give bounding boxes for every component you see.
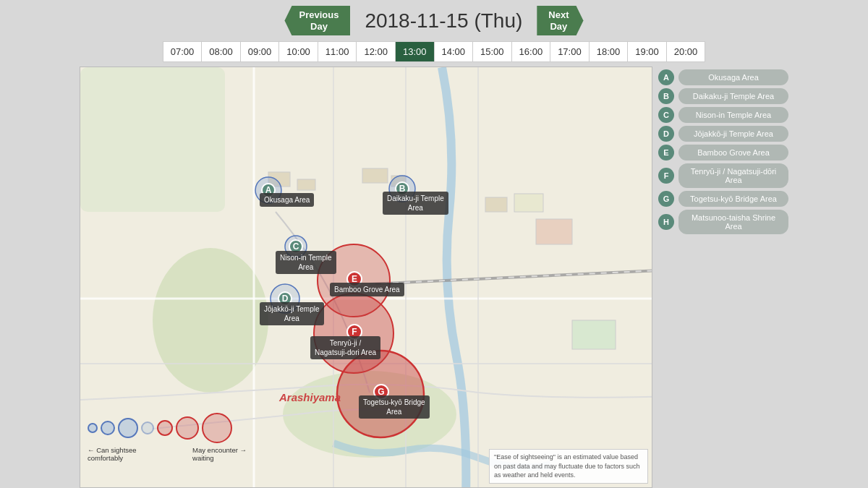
sidebar-label-d: Jōjakkō-ji Temple Area [678,126,788,142]
can-sightsee-label: ← Can sightseecomfortably [88,446,137,462]
sidebar-item-f[interactable]: FTenryū-ji / Nagatsuji-dōri Area [658,163,788,188]
sidebar-badge-f: F [658,168,674,184]
label-D: Jōjakkō-ji TempleArea [260,302,324,325]
sidebar-badge-e: E [658,145,674,160]
next-day-button[interactable]: Next Day [537,6,583,35]
sidebar-badge-h: H [658,214,674,230]
svg-rect-13 [297,179,315,190]
legend-labels: ← Can sightseecomfortably May encounter … [88,446,247,462]
label-B: Daikaku-ji TempleArea [383,192,448,215]
legend-circle-7 [202,413,232,443]
prev-day-button[interactable]: Previous Day [284,6,350,35]
time-cell-1900[interactable]: 19:00 [628,42,667,61]
time-cell-1600[interactable]: 16:00 [512,42,551,61]
legend-circle-3 [118,418,138,438]
svg-rect-18 [536,219,572,244]
bottom-note: "Ease of sightseeing" is an estimated va… [489,449,648,484]
sidebar-item-a[interactable]: AOkusaga Area [658,69,788,85]
sidebar-badge-a: A [658,69,674,85]
sidebar-label-e: Bamboo Grove Area [678,145,788,160]
svg-rect-14 [362,168,388,183]
sidebar-item-b[interactable]: BDaikaku-ji Temple Area [658,88,788,104]
map-container: A Okusaga Area B Daikaku-ji TempleArea C… [80,67,652,488]
time-cell-1500[interactable]: 15:00 [473,42,512,61]
sidebar-badge-b: B [658,88,674,104]
top-bar: Previous Day 2018-11-15 (Thu) Next Day [0,0,868,41]
svg-point-1 [153,248,268,393]
legend-circle-6 [176,416,199,440]
svg-rect-17 [514,194,543,212]
time-cell-1300[interactable]: 13:00 [396,42,435,61]
sidebar-label-h: Matsunoo-taisha Shrine Area [678,210,788,234]
time-cell-1400[interactable]: 14:00 [435,42,474,61]
svg-rect-3 [80,67,225,212]
svg-rect-19 [572,320,616,349]
time-cell-1800[interactable]: 18:00 [590,42,629,61]
main-content: A Okusaga Area B Daikaku-ji TempleArea C… [80,67,788,488]
time-cell-1700[interactable]: 17:00 [550,42,590,61]
date-title: 2018-11-15 (Thu) [365,9,522,33]
legend-circle-1 [88,423,98,433]
svg-rect-16 [485,197,507,212]
legend-circle-4 [141,421,154,435]
sidebar: AOkusaga AreaBDaikaku-ji Temple AreaCNis… [658,67,788,488]
arashiyama-label: Arashiyama [279,391,341,403]
sidebar-item-e[interactable]: EBamboo Grove Area [658,145,788,160]
time-cell-0800[interactable]: 08:00 [202,42,241,61]
label-F: Tenryū-ji /Nagatsuji-dori Area [310,336,380,359]
legend-circle-5 [157,420,173,436]
label-G: Togetsu-kyō BridgeArea [359,395,430,419]
sidebar-item-d[interactable]: DJōjakkō-ji Temple Area [658,126,788,142]
legend-circle-2 [101,421,115,435]
sidebar-label-c: Nison-in Temple Area [678,107,788,123]
time-cell-0900[interactable]: 09:00 [241,42,280,61]
sidebar-item-h[interactable]: HMatsunoo-taisha Shrine Area [658,210,788,234]
time-bar: 07:0008:0009:0010:0011:0012:0013:0014:00… [163,41,706,62]
sidebar-item-c[interactable]: CNison-in Temple Area [658,107,788,123]
sidebar-label-b: Daikaku-ji Temple Area [678,88,788,104]
time-cell-0700[interactable]: 07:00 [163,42,203,61]
sidebar-item-g[interactable]: GTogetsu-kyō Bridge Area [658,191,788,207]
time-cell-1100[interactable]: 11:00 [318,42,357,61]
time-cell-2000[interactable]: 20:00 [667,42,705,61]
sidebar-badge-g: G [658,191,674,207]
legend-circles [88,413,232,443]
label-E: Bamboo Grove Area [330,283,404,296]
may-encounter-label: May encounter →waiting [192,446,247,462]
time-cell-1200[interactable]: 12:00 [357,42,396,61]
sidebar-label-f: Tenryū-ji / Nagatsuji-dōri Area [678,163,788,188]
sidebar-label-g: Togetsu-kyō Bridge Area [678,191,788,207]
sidebar-label-a: Okusaga Area [678,69,788,85]
label-C: Nison-in TempleArea [276,251,336,274]
time-cell-1000[interactable]: 10:00 [279,42,318,61]
legend: ← Can sightseecomfortably May encounter … [88,413,247,462]
label-A: Okusaga Area [260,193,314,207]
sidebar-badge-d: D [658,126,674,142]
sidebar-badge-c: C [658,107,674,123]
